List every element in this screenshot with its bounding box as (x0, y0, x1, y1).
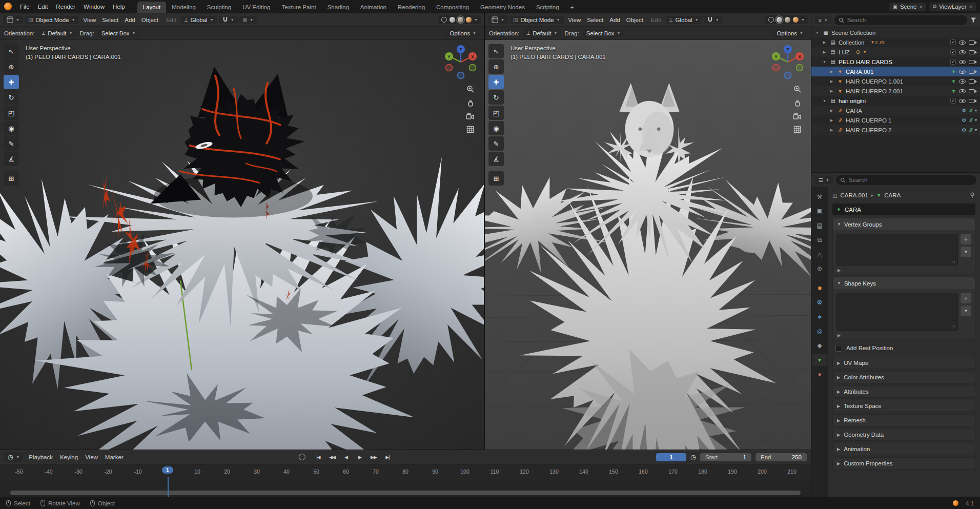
viewport-menu-item[interactable]: Select (584, 15, 606, 25)
workspace-tab[interactable]: + (565, 2, 580, 13)
viewport-menu-item[interactable]: View (565, 15, 584, 25)
mode-dropdown[interactable]: ◳ Object Mode ▼ (25, 16, 79, 24)
orthographic-grid-icon[interactable] (466, 126, 474, 133)
expand-chevron-icon[interactable]: ▶ (829, 128, 834, 132)
expand-chevron-icon[interactable]: ▶ (829, 118, 834, 123)
collapsed-section-header[interactable]: ▶ Animation (832, 443, 975, 455)
render-visibility-icon[interactable] (969, 40, 975, 45)
snap-dropdown[interactable]: ▼ (704, 16, 723, 24)
workspace-tab[interactable]: Modeling (166, 2, 201, 13)
vertex-groups-header[interactable]: ▼ Vertex Groups (833, 218, 975, 230)
collapsed-section-header[interactable]: ▶ Geometry Data (832, 429, 975, 441)
expand-chevron-icon[interactable]: ▼ (814, 31, 820, 34)
remove-viewlayer-icon[interactable]: × (969, 4, 972, 10)
viewlayer-selector[interactable]: ⧉ ViewLayer × (929, 3, 976, 11)
viewport-canvas[interactable]: User Perspective (1) PELO HAIR CARDS | C… (0, 40, 484, 450)
current-frame-field[interactable]: 1 (656, 453, 686, 461)
collapsed-section-header[interactable]: ▶ Texture Space (832, 400, 975, 412)
menu-item[interactable]: Window (79, 2, 109, 11)
transport-button[interactable] (325, 452, 338, 462)
frame-end-field[interactable]: End250 (756, 453, 807, 461)
camera-view-icon[interactable] (466, 113, 475, 120)
tool-button[interactable] (4, 121, 19, 135)
mode-dropdown[interactable]: ◳ Object Mode ▼ (509, 16, 564, 24)
scene-selector[interactable]: ▣ Scene × (889, 3, 926, 11)
zoom-icon[interactable] (793, 85, 802, 93)
visibility-eye-icon[interactable] (959, 99, 966, 103)
properties-tab[interactable] (812, 219, 827, 232)
disclosure-chevron-icon[interactable]: ▶ (838, 268, 841, 273)
checkbox-icon[interactable] (950, 49, 956, 55)
transport-button[interactable] (312, 452, 324, 462)
properties-tab[interactable] (812, 205, 827, 217)
vertex-group-specials-button[interactable]: ▼ (961, 247, 971, 257)
workspace-tab[interactable]: Sculpting (201, 2, 237, 13)
transport-button[interactable] (381, 452, 394, 462)
tool-button[interactable] (4, 44, 19, 58)
checkbox-icon[interactable] (950, 39, 956, 45)
expand-chevron-icon[interactable]: ▶ (822, 40, 827, 45)
viewport-menu-item[interactable]: Object (138, 15, 161, 25)
expand-chevron-icon[interactable]: ▶ (829, 70, 834, 74)
viewport-menu-item[interactable]: Select (99, 15, 121, 25)
workspace-tab[interactable]: Shading (322, 2, 355, 13)
render-visibility-icon[interactable] (969, 60, 975, 64)
visibility-eye-icon[interactable] (959, 70, 966, 74)
outliner-row[interactable]: ▼ PELO HAIR CARDS (811, 57, 980, 67)
shape-key-specials-button[interactable]: ▼ (961, 306, 971, 316)
workspace-tab[interactable]: Animation (355, 2, 392, 13)
camera-view-icon[interactable] (793, 113, 802, 120)
outliner-row[interactable]: ▶ HAIR CUERPO 1.001 (811, 76, 980, 86)
zoom-icon[interactable] (466, 85, 475, 93)
hair-modifier-icon[interactable] (969, 128, 972, 133)
filter-icon[interactable] (970, 17, 976, 23)
outliner-editor-type-button[interactable]: ≡ ▼ (815, 16, 831, 24)
hair-modifier-icon[interactable] (969, 118, 972, 123)
timeline-ruler[interactable]: -50-40-30-20-101102030405060708090100110… (0, 464, 811, 480)
timeline-scrollbar[interactable] (10, 491, 801, 495)
tool-button[interactable] (4, 136, 19, 151)
pin-icon[interactable] (969, 192, 975, 198)
timeline-menu-item[interactable]: Keying (56, 453, 81, 462)
editor-type-button[interactable]: ▼ (488, 15, 508, 24)
modifier-icon[interactable] (962, 108, 967, 113)
transport-button[interactable] (339, 452, 352, 462)
properties-tab[interactable] (812, 282, 827, 294)
properties-tab[interactable] (812, 191, 827, 203)
tool-button[interactable] (4, 75, 19, 89)
tool-button[interactable] (4, 106, 19, 120)
checkbox-icon[interactable] (950, 59, 956, 65)
collapsed-section-header[interactable]: ▶ Custom Properties (832, 457, 975, 470)
render-visibility-icon[interactable] (969, 70, 975, 74)
shading-material-icon[interactable] (458, 17, 463, 23)
properties-editor-type-button[interactable]: ☰ ▼ (815, 176, 833, 184)
render-visibility-icon[interactable] (969, 89, 975, 93)
properties-tab[interactable] (812, 354, 827, 366)
expand-chevron-icon[interactable]: ▶ (829, 89, 834, 93)
orthographic-grid-icon[interactable] (793, 126, 801, 133)
tool-button[interactable] (488, 136, 504, 151)
expand-chevron-icon[interactable]: ▼ (822, 99, 827, 103)
tool-button[interactable] (488, 171, 504, 186)
workspace-tab[interactable]: Texture Paint (276, 2, 322, 13)
pan-hand-icon[interactable] (466, 99, 475, 107)
tool-button[interactable] (488, 106, 504, 120)
properties-tab[interactable] (812, 311, 827, 323)
breadcrumb-data[interactable]: CARA (884, 192, 901, 198)
viewport-canvas[interactable]: User Perspective (1) PELO HAIR CARDS | C… (485, 40, 811, 450)
timeline-menu-item[interactable]: Marker (101, 453, 127, 462)
tool-button[interactable] (488, 44, 504, 58)
viewport-menu-item[interactable]: View (80, 15, 99, 25)
snap-dropdown[interactable]: ▼ (219, 16, 238, 24)
properties-tab[interactable] (812, 296, 827, 309)
render-visibility-icon[interactable] (969, 50, 975, 54)
shading-wireframe-icon[interactable] (768, 17, 774, 23)
collapsed-section-header[interactable]: ▶ Remesh (832, 414, 975, 426)
frame-start-field[interactable]: Start1 (700, 453, 751, 461)
tool-button[interactable] (488, 59, 504, 74)
properties-tab[interactable] (812, 325, 827, 337)
menu-item[interactable]: Edit (34, 2, 52, 11)
add-rest-position-checkbox[interactable] (835, 345, 842, 352)
viewport-menu-item[interactable]: Add (121, 15, 138, 25)
pan-hand-icon[interactable] (793, 99, 802, 107)
